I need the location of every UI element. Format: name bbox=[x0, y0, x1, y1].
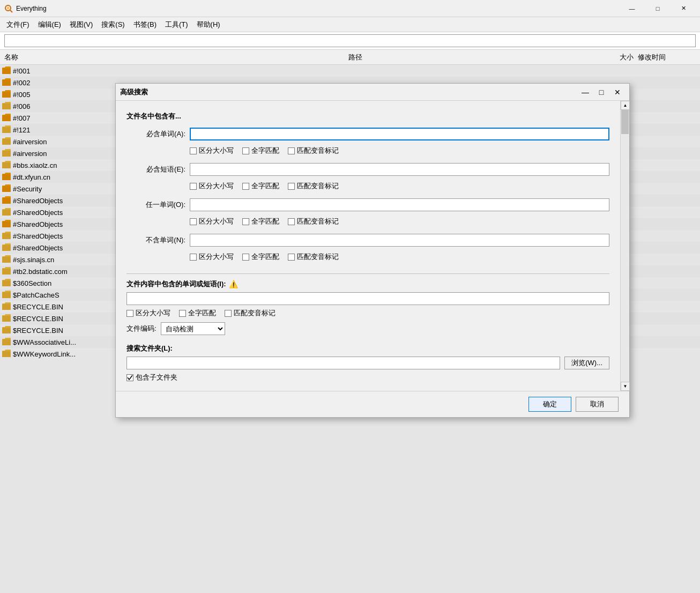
any-word-input[interactable] bbox=[190, 198, 609, 211]
subfolder-checkbox[interactable]: 包含子文件夹 bbox=[126, 373, 609, 382]
warning-icon: ⚠️ bbox=[229, 280, 238, 288]
must-phrase-checkboxes: 区分大小写 全字匹配 匹配变音标记 bbox=[126, 181, 609, 191]
content-whole-box bbox=[179, 310, 186, 317]
column-headers: 名称 路径 大小 修改时间 bbox=[0, 50, 700, 65]
must-phrase-label: 必含短语(E): bbox=[126, 165, 185, 174]
must-phrase-diacritic-checkbox[interactable]: 匹配变音标记 bbox=[288, 181, 339, 191]
dialog-scrollbar: ▲ ▼ bbox=[620, 101, 629, 391]
any-word-case-box bbox=[190, 218, 197, 225]
menu-bar: 文件(F) 编辑(E) 视图(V) 搜索(S) 书签(B) 工具(T) 帮助(H… bbox=[0, 17, 700, 32]
subfolder-box bbox=[126, 374, 133, 381]
must-phrase-case-checkbox[interactable]: 区分大小写 bbox=[190, 181, 234, 191]
no-word-row: 不含单词(N): bbox=[126, 234, 609, 247]
folder-section-label: 搜索文件夹(L): bbox=[126, 344, 609, 353]
menu-view[interactable]: 视图(V) bbox=[65, 18, 97, 31]
content-search-input[interactable] bbox=[126, 292, 609, 305]
no-word-diacritic-box bbox=[288, 254, 295, 261]
ok-button[interactable]: 确定 bbox=[528, 397, 571, 412]
no-word-input[interactable] bbox=[190, 234, 609, 247]
must-phrase-case-box bbox=[190, 183, 197, 190]
maximize-button[interactable]: □ bbox=[645, 0, 670, 17]
menu-tools[interactable]: 工具(T) bbox=[161, 18, 192, 31]
must-words-case-checkbox[interactable]: 区分大小写 bbox=[190, 146, 234, 155]
must-words-diacritic-checkbox[interactable]: 匹配变音标记 bbox=[288, 146, 339, 155]
col-header-size[interactable]: 大小 bbox=[601, 53, 634, 62]
dialog-content: 文件名中包含有... 必含单词(A): 区分大小写 全字匹配 bbox=[116, 101, 620, 391]
encoding-select[interactable]: 自动检测UTF-8UTF-16 LEUTF-16 BEGB2312 bbox=[161, 322, 225, 335]
must-words-diacritic-box bbox=[288, 147, 295, 154]
must-words-input[interactable] bbox=[190, 128, 609, 140]
any-word-diacritic-checkbox[interactable]: 匹配变音标记 bbox=[288, 217, 339, 226]
svg-point-2 bbox=[7, 6, 10, 9]
content-whole-checkbox[interactable]: 全字匹配 bbox=[179, 308, 216, 318]
any-word-label: 任一单词(O): bbox=[126, 200, 185, 210]
cancel-button[interactable]: 取消 bbox=[576, 397, 619, 412]
section-filename-header: 文件名中包含有... bbox=[126, 112, 609, 121]
dialog-close-button[interactable]: ✕ bbox=[610, 86, 625, 99]
no-word-case-checkbox[interactable]: 区分大小写 bbox=[190, 252, 234, 262]
dialog-controls: — □ ✕ bbox=[578, 86, 625, 99]
content-case-checkbox[interactable]: 区分大小写 bbox=[126, 308, 170, 318]
must-words-label: 必含单词(A): bbox=[126, 129, 185, 139]
menu-edit[interactable]: 编辑(E) bbox=[34, 18, 65, 31]
dialog-footer: 确定 取消 bbox=[116, 391, 629, 417]
app-title: Everything bbox=[16, 5, 620, 12]
dialog-maximize-button[interactable]: □ bbox=[594, 86, 609, 99]
menu-help[interactable]: 帮助(H) bbox=[192, 18, 225, 31]
any-word-whole-box bbox=[242, 218, 249, 225]
must-phrase-whole-checkbox[interactable]: 全字匹配 bbox=[242, 181, 279, 191]
content-section-header: 文件内容中包含的单词或短语(I): ⚠️ bbox=[126, 279, 609, 289]
scroll-up-button[interactable]: ▲ bbox=[621, 101, 630, 110]
minimize-button[interactable]: — bbox=[620, 0, 644, 17]
must-words-whole-box bbox=[242, 147, 249, 154]
browse-button[interactable]: 浏览(W)... bbox=[564, 357, 609, 369]
folder-row: 浏览(W)... bbox=[126, 357, 609, 369]
dialog-title: 高级搜索 bbox=[120, 87, 578, 97]
no-word-diacritic-checkbox[interactable]: 匹配变音标记 bbox=[288, 252, 339, 262]
must-words-row: 必含单词(A): bbox=[126, 128, 609, 140]
folder-section: 搜索文件夹(L): 浏览(W)... 包含子文件夹 bbox=[126, 344, 609, 382]
menu-file[interactable]: 文件(F) bbox=[2, 18, 34, 31]
dialog-title-bar: 高级搜索 — □ ✕ bbox=[116, 84, 629, 101]
must-phrase-whole-box bbox=[242, 183, 249, 190]
content-section: 文件内容中包含的单词或短语(I): ⚠️ 区分大小写 全字匹配 bbox=[126, 273, 609, 335]
any-word-whole-checkbox[interactable]: 全字匹配 bbox=[242, 217, 279, 226]
col-header-date[interactable]: 修改时间 bbox=[634, 53, 698, 62]
folder-input[interactable] bbox=[126, 357, 560, 369]
must-words-checkboxes: 区分大小写 全字匹配 匹配变音标记 bbox=[126, 146, 609, 155]
no-word-whole-box bbox=[242, 254, 249, 261]
any-word-case-checkbox[interactable]: 区分大小写 bbox=[190, 217, 234, 226]
menu-bookmarks[interactable]: 书签(B) bbox=[129, 18, 161, 31]
title-bar: Everything — □ ✕ bbox=[0, 0, 700, 17]
scroll-thumb[interactable] bbox=[621, 110, 629, 134]
no-word-label: 不含单词(N): bbox=[126, 235, 185, 245]
must-words-case-box bbox=[190, 147, 197, 154]
must-words-whole-checkbox[interactable]: 全字匹配 bbox=[242, 146, 279, 155]
must-phrase-input[interactable] bbox=[190, 163, 609, 176]
advanced-search-dialog: 高级搜索 — □ ✕ 文件名中包含有... 必含单词(A): bbox=[115, 83, 630, 418]
search-input[interactable] bbox=[4, 34, 696, 47]
no-word-case-box bbox=[190, 254, 197, 261]
scroll-down-button[interactable]: ▼ bbox=[621, 382, 630, 391]
content-case-box bbox=[126, 310, 133, 317]
menu-search[interactable]: 搜索(S) bbox=[97, 18, 129, 31]
dialog-minimize-button[interactable]: — bbox=[578, 86, 593, 99]
any-word-row: 任一单词(O): bbox=[126, 198, 609, 211]
any-word-checkboxes: 区分大小写 全字匹配 匹配变音标记 bbox=[126, 217, 609, 226]
must-phrase-diacritic-box bbox=[288, 183, 295, 190]
app-icon bbox=[4, 4, 13, 13]
col-header-path[interactable]: 路径 bbox=[109, 53, 601, 62]
no-word-checkboxes: 区分大小写 全字匹配 匹配变音标记 bbox=[126, 252, 609, 262]
any-word-diacritic-box bbox=[288, 218, 295, 225]
close-button[interactable]: ✕ bbox=[671, 0, 696, 17]
col-header-name[interactable]: 名称 bbox=[2, 53, 109, 62]
must-phrase-row: 必含短语(E): bbox=[126, 163, 609, 176]
content-diacritic-checkbox[interactable]: 匹配变音标记 bbox=[225, 308, 275, 318]
no-word-whole-checkbox[interactable]: 全字匹配 bbox=[242, 252, 279, 262]
content-diacritic-box bbox=[225, 310, 232, 317]
search-bar bbox=[0, 32, 700, 50]
content-checkboxes: 区分大小写 全字匹配 匹配变音标记 bbox=[126, 308, 609, 318]
scroll-track bbox=[621, 110, 629, 382]
encoding-label: 文件编码: bbox=[126, 324, 157, 333]
encoding-row: 文件编码: 自动检测UTF-8UTF-16 LEUTF-16 BEGB2312 bbox=[126, 322, 609, 335]
